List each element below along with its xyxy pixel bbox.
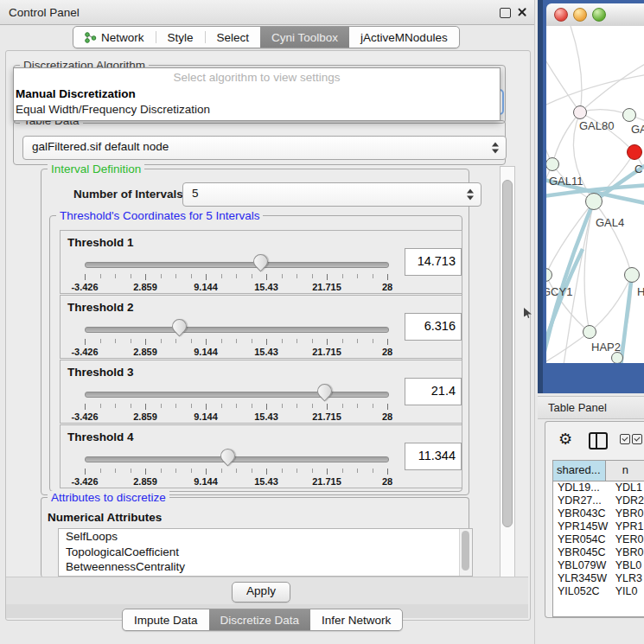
list-scrollbar[interactable] (459, 529, 472, 576)
scrollbar-thumb[interactable] (502, 180, 513, 527)
table-cell[interactable]: YER0 (611, 533, 644, 546)
popup-item-equal-width-frequency[interactable]: Equal Width/Frequency Discretization (14, 102, 500, 118)
table-cell[interactable]: YPR145W (553, 520, 611, 533)
slider-track[interactable] (85, 327, 389, 333)
slider-tick (327, 469, 328, 475)
table-cell[interactable]: YPR1 (611, 520, 644, 533)
tab-cyni-toolbox[interactable]: Cyni Toolbox (260, 27, 349, 48)
slider-tick (296, 274, 297, 278)
slider-thumb[interactable] (314, 380, 335, 401)
network-node[interactable] (624, 267, 640, 283)
slider-track[interactable] (85, 456, 389, 462)
scrollbar-thumb[interactable] (462, 531, 469, 571)
tab-label: Cyni Toolbox (271, 31, 338, 44)
tab-infer-network[interactable]: Infer Network (310, 609, 402, 630)
tab-select[interactable]: Select (206, 27, 261, 48)
slider-thumb[interactable] (169, 316, 189, 336)
slider-thumb[interactable] (250, 251, 271, 271)
network-canvas[interactable]: GAL80GAGAL11CGAL4GCY1HHAP2 (546, 26, 644, 363)
table-row[interactable]: YPR145WYPR1 (553, 520, 644, 533)
close-icon[interactable] (517, 7, 527, 17)
slider-tick (387, 469, 388, 475)
table-cell[interactable]: YBR0 (611, 546, 644, 559)
table-panel-title: Table Panel (548, 401, 607, 414)
close-traffic-light[interactable] (554, 8, 568, 22)
table-cell[interactable]: YBL079W (553, 559, 611, 572)
slider-tick (357, 404, 358, 408)
table-cell[interactable]: YLR3 (611, 572, 644, 585)
column-header-shared-name[interactable]: shared... (553, 461, 606, 481)
network-node[interactable] (622, 108, 636, 122)
panel-scrollbar[interactable] (500, 166, 515, 577)
threshold-label: Threshold 1 (67, 236, 134, 249)
attribute-list-item[interactable]: TopologicalCoefficient (59, 545, 472, 560)
table-cell[interactable]: YER054C (553, 533, 611, 546)
slider-tick (221, 274, 222, 278)
table-cell[interactable]: YDR27... (553, 494, 611, 507)
tab-impute-data[interactable]: Impute Data (123, 609, 209, 630)
table-body: YDL19...YDL1YDR27...YDR2YBR043CYBR0YPR14… (553, 481, 644, 598)
cyni-toolbox-panel: Discretization Algorithm Table Data galF… (5, 50, 531, 621)
attribute-list-item[interactable]: SelfLoops (59, 529, 472, 545)
slider-track[interactable] (85, 262, 389, 268)
network-node[interactable] (627, 144, 642, 160)
split-columns-icon[interactable] (589, 432, 608, 450)
table-data-combobox[interactable]: galFiltered.sif default node (22, 136, 507, 160)
table-cell[interactable]: YIL052C (553, 585, 611, 598)
table-cell[interactable]: YBR0 (611, 507, 644, 520)
table-row[interactable]: YDR27...YDR2 (553, 494, 644, 507)
table-row[interactable]: YBL079WYBL0 (553, 559, 644, 572)
table-panel-bar[interactable]: Table Panel (538, 396, 644, 419)
table-row[interactable]: YBR043CYBR0 (553, 507, 644, 520)
slider-tick (191, 469, 192, 473)
table-cell[interactable]: YBR045C (553, 546, 611, 559)
threshold-value-field[interactable]: 11.344 (405, 443, 462, 470)
checkbox-checked-icon[interactable] (620, 434, 630, 444)
tab-style[interactable]: Style (156, 27, 205, 48)
table-cell[interactable]: YDL19... (553, 481, 611, 494)
table-row[interactable]: YBR045CYBR0 (553, 546, 644, 559)
slider-tick-label: -3.426 (71, 476, 98, 487)
table-panel-window: ⚙ shared... n YDL19...YDL1YDR27...YDR2YB… (545, 421, 644, 618)
control-panel-titlebar[interactable]: Control Panel (0, 0, 534, 25)
table-cell[interactable]: YBR043C (553, 507, 611, 520)
slider-tick (115, 274, 116, 278)
slider-ticks (85, 339, 387, 346)
slider-thumb[interactable] (217, 445, 238, 466)
checkbox-checked-icon[interactable] (632, 434, 642, 444)
network-window-titlebar[interactable] (546, 3, 644, 27)
network-edge (546, 74, 644, 108)
slider-tick-label: 21.715 (312, 411, 341, 422)
table-row[interactable]: YLR345WYLR3 (553, 572, 644, 585)
table-cell[interactable]: YDL1 (611, 481, 644, 494)
apply-button[interactable]: Apply (232, 582, 290, 603)
threshold-value-field[interactable]: 21.4 (405, 378, 462, 405)
tab-network[interactable]: Network (73, 27, 156, 48)
network-node-hap2[interactable] (583, 325, 596, 339)
table-cell[interactable]: YIL0 (611, 585, 644, 598)
popup-item-manual-discretization[interactable]: Manual Discretization (14, 86, 500, 103)
settings-gear-icon[interactable]: ⚙ (558, 430, 572, 449)
tab-label: jActiveMNodules (360, 31, 448, 44)
numerical-attributes-list[interactable]: SelfLoopsTopologicalCoefficientBetweenne… (58, 528, 473, 577)
table-row[interactable]: YER054CYER0 (553, 533, 644, 546)
zoom-traffic-light[interactable] (592, 8, 606, 22)
attribute-list-item[interactable]: BetweennessCentrality (59, 559, 472, 575)
table-cell[interactable]: YLR345W (553, 572, 611, 585)
threshold-panel: Threshold 1 -3.4262.8599.14415.4321.7152… (60, 230, 462, 294)
slider-track[interactable] (85, 392, 389, 398)
table-row[interactable]: YDL19...YDL1 (553, 481, 644, 494)
float-window-icon[interactable] (500, 8, 511, 18)
threshold-value-field[interactable]: 14.713 (405, 248, 462, 276)
number-of-intervals-combobox[interactable]: 5 (182, 182, 481, 207)
table-row[interactable]: YIL052CYIL0 (553, 585, 644, 598)
table-cell[interactable]: YBL0 (611, 559, 644, 572)
minimize-traffic-light[interactable] (573, 8, 587, 22)
network-node-gal4[interactable] (585, 193, 603, 210)
column-header-name[interactable]: n (606, 461, 644, 481)
tab-discretize-data[interactable]: Discretize Data (209, 609, 311, 630)
threshold-value-field[interactable]: 6.316 (405, 313, 462, 341)
tab-jactivemnodules[interactable]: jActiveMNodules (349, 27, 459, 48)
network-node-gal80[interactable] (573, 105, 587, 119)
table-cell[interactable]: YDR2 (611, 494, 644, 507)
